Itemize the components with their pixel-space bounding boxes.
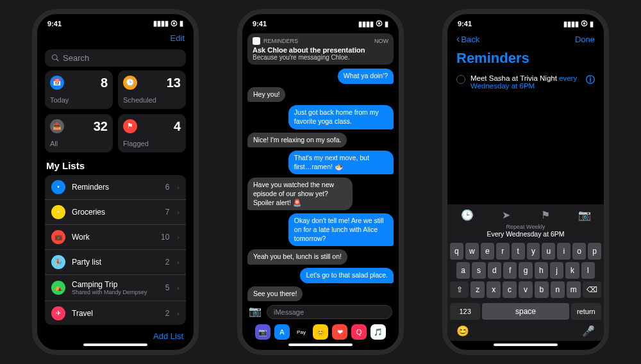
message-input[interactable]: iMessage <box>267 305 392 319</box>
message-bubble[interactable]: Hey you! <box>247 87 285 103</box>
siri-suggestion[interactable]: Repeat Weekly Every Wednesday at 6PM <box>447 222 604 240</box>
key-x[interactable]: x <box>487 281 501 298</box>
camera-icon[interactable]: 📷 <box>249 305 263 319</box>
tile-all[interactable]: 📥 32 All <box>45 114 113 153</box>
key-o[interactable]: o <box>572 243 586 260</box>
message-bubble[interactable]: Let's go to that salad place. <box>300 268 394 283</box>
key-h[interactable]: h <box>535 262 548 279</box>
list-icon: • <box>51 205 65 219</box>
drawer-app-icon[interactable]: Pay <box>294 324 309 340</box>
key-r[interactable]: r <box>496 243 510 260</box>
chat-thread[interactable]: What ya doin'?Hey you!Just got back home… <box>242 67 399 302</box>
home-indicator[interactable] <box>494 343 558 346</box>
return-key[interactable]: return <box>571 303 601 320</box>
mic-key[interactable]: 🎤 <box>582 325 595 337</box>
key-n[interactable]: n <box>551 281 565 298</box>
key-l[interactable]: l <box>581 262 595 279</box>
key-p[interactable]: p <box>588 243 601 260</box>
key-c[interactable]: c <box>503 281 517 298</box>
message-bubble[interactable]: Yeah you bet, lunch is still on! <box>247 249 347 265</box>
key-y[interactable]: y <box>527 243 540 260</box>
status-icons-right: ▮▮▮▮ ⦿ ▮ <box>358 20 388 28</box>
message-bubble[interactable]: See you there! <box>247 286 303 302</box>
message-bubble[interactable]: Okay don't tell me! Are we still on for … <box>288 213 394 246</box>
key-z[interactable]: z <box>470 281 485 298</box>
flag-icon[interactable]: ⚑ <box>539 208 552 221</box>
photo-icon[interactable]: 📷 <box>578 208 591 221</box>
list-name: Party list <box>72 258 159 267</box>
drawer-app-icon[interactable]: ❤ <box>332 324 347 340</box>
key-i[interactable]: i <box>557 243 570 260</box>
drawer-app-icon[interactable]: Q <box>351 324 367 340</box>
status-time: 9:41 <box>458 20 472 28</box>
key-d[interactable]: d <box>488 262 501 279</box>
lists-container: •Reminders6›•Groceries7›💼Work10›🎉Party l… <box>45 175 186 325</box>
message-bubble[interactable]: What ya doin'? <box>338 69 394 84</box>
tile-today[interactable]: 📅 8 Today <box>45 70 113 109</box>
key-t[interactable]: t <box>512 243 525 260</box>
message-bubble[interactable]: That's my next move, but first…ramen! 🍜 <box>288 151 394 174</box>
list-item[interactable]: •Reminders6› <box>45 175 186 200</box>
status-icons-right: ▮▮▮▮ ⦿ ▮ <box>563 20 594 28</box>
status-time: 9:41 <box>253 20 267 28</box>
reminder-row[interactable]: Meet Sasha at Trivia Night every Wednesd… <box>447 72 604 92</box>
list-item[interactable]: ✈Travel2› <box>45 301 186 325</box>
message-bubble[interactable]: Just got back home from my favorite yoga… <box>288 105 394 129</box>
home-indicator[interactable] <box>83 343 147 346</box>
tile-flagged[interactable]: ⚑ 4 Flagged <box>118 114 186 153</box>
key-q[interactable]: q <box>450 243 463 260</box>
key-e[interactable]: e <box>481 243 494 260</box>
shift-key[interactable]: ⇧ <box>450 281 469 298</box>
done-button[interactable]: Done <box>575 35 595 44</box>
key-v[interactable]: v <box>519 281 533 298</box>
chevron-right-icon: › <box>177 284 179 292</box>
key-w[interactable]: w <box>465 243 479 260</box>
all-count: 32 <box>94 119 108 134</box>
home-indicator[interactable] <box>288 343 353 346</box>
drawer-app-icon[interactable]: 😊 <box>313 324 328 340</box>
my-lists-title: My Lists <box>37 153 194 175</box>
list-item[interactable]: 💼Work10› <box>45 225 186 250</box>
emoji-key[interactable]: 😊 <box>456 325 469 337</box>
list-item[interactable]: 🎉Party list2› <box>45 250 186 275</box>
key-g[interactable]: g <box>519 262 532 279</box>
list-icon: ⛺ <box>51 281 65 295</box>
drawer-app-icon[interactable]: 📷 <box>255 324 271 340</box>
key-f[interactable]: f <box>503 262 517 279</box>
list-sub: Shared with Mandy Dempsey <box>72 289 159 295</box>
key-a[interactable]: a <box>456 262 470 279</box>
battery-icon: ▮ <box>385 20 388 28</box>
tile-scheduled[interactable]: 🕒 13 Scheduled <box>118 70 186 109</box>
completion-circle[interactable] <box>456 75 465 84</box>
message-bubble[interactable]: Nice! I'm relaxing on my sofa. <box>247 133 347 148</box>
delete-key[interactable]: ⌫ <box>583 281 601 298</box>
info-icon[interactable]: ⓘ <box>586 74 595 86</box>
key-j[interactable]: j <box>550 262 563 279</box>
drawer-app-icon[interactable]: 🎵 <box>370 324 386 340</box>
wifi-icon: ⦿ <box>581 20 588 28</box>
key-m[interactable]: m <box>567 281 581 298</box>
key-b[interactable]: b <box>535 281 549 298</box>
list-item[interactable]: •Groceries7› <box>45 200 186 225</box>
search-input[interactable]: Search <box>45 49 186 67</box>
siri-suggestion-banner[interactable]: REMINDERS now Ask Chloe about the presen… <box>247 33 394 65</box>
notif-when: now <box>374 38 388 44</box>
clock-icon[interactable]: 🕒 <box>461 208 474 221</box>
location-icon[interactable]: ➤ <box>500 208 513 221</box>
flagged-label: Flagged <box>123 140 181 147</box>
message-bubble[interactable]: Have you watched the new episode of our … <box>247 178 353 210</box>
list-item[interactable]: ⛺Camping TripShared with Mandy Dempsey5› <box>45 275 186 301</box>
key-u[interactable]: u <box>542 243 555 260</box>
signal-icon: ▮▮▮▮ <box>563 20 579 28</box>
reminder-text[interactable]: Meet Sasha at Trivia Night every Wednesd… <box>470 74 581 90</box>
drawer-app-icon[interactable]: A <box>274 324 290 340</box>
key-k[interactable]: k <box>565 262 579 279</box>
svg-point-0 <box>53 55 58 60</box>
space-key[interactable]: space <box>482 303 569 320</box>
key-s[interactable]: s <box>472 262 485 279</box>
add-list-button[interactable]: Add List <box>37 325 194 341</box>
numeric-key[interactable]: 123 <box>450 303 480 320</box>
notif-body: Because you're messaging Chloe. <box>253 54 388 61</box>
back-button[interactable]: ‹Back <box>456 33 479 45</box>
edit-button[interactable]: Edit <box>171 33 185 43</box>
